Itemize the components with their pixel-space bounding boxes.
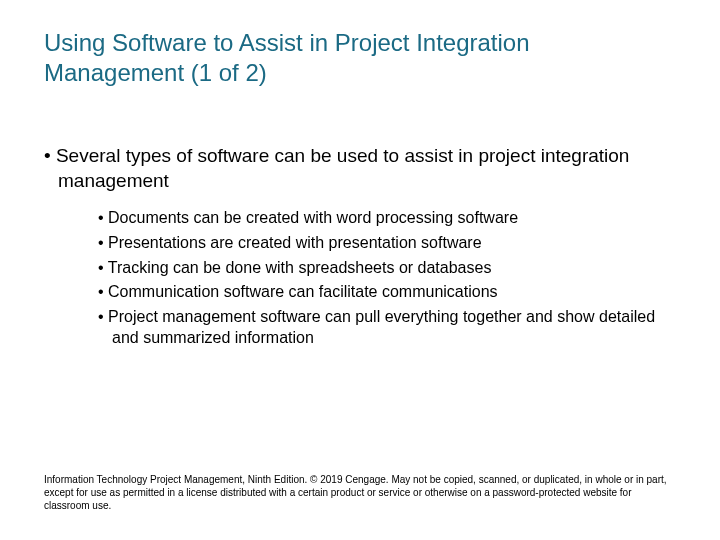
sub-bullet: Project management software can pull eve…	[98, 306, 676, 349]
sub-bullet: Documents can be created with word proce…	[98, 207, 676, 229]
sub-bullet: Communication software can facilitate co…	[98, 281, 676, 303]
main-bullet: Several types of software can be used to…	[44, 144, 676, 193]
sub-bullet: Tracking can be done with spreadsheets o…	[98, 257, 676, 279]
slide: Using Software to Assist in Project Inte…	[0, 0, 720, 540]
copyright-footer: Information Technology Project Managemen…	[44, 473, 676, 512]
slide-title: Using Software to Assist in Project Inte…	[44, 28, 676, 88]
sub-bullet-list: Documents can be created with word proce…	[44, 207, 676, 349]
sub-bullet: Presentations are created with presentat…	[98, 232, 676, 254]
